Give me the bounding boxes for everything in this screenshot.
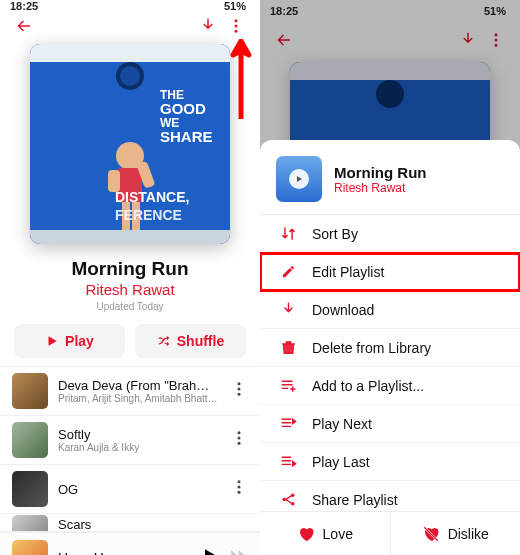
track-more-button[interactable] (230, 380, 248, 402)
menu-download[interactable]: Download (260, 291, 520, 329)
track-title: Scars (58, 517, 248, 532)
menu-add-to-playlist[interactable]: Add to a Playlist... (260, 367, 520, 405)
sheet-artist[interactable]: Ritesh Rawat (334, 181, 426, 195)
svg-point-51 (290, 493, 294, 497)
svg-rect-7 (30, 44, 230, 62)
svg-point-29 (238, 480, 241, 483)
nowplaying-play-button[interactable] (200, 546, 220, 555)
track-row[interactable]: OG (0, 465, 260, 514)
svg-point-25 (238, 393, 241, 396)
track-more-button[interactable] (230, 478, 248, 500)
svg-point-44 (495, 33, 498, 36)
svg-text:FERENCE: FERENCE (115, 207, 182, 223)
svg-rect-22 (30, 230, 230, 244)
track-subtitle: Karan Aujla & Ikky (58, 442, 220, 453)
shuffle-icon (157, 334, 171, 348)
playlist-title: Morning Run (10, 258, 250, 280)
svg-point-4 (235, 25, 238, 28)
track-subtitle: Pritam, Arijit Singh, Amitabh Bhattac... (58, 393, 220, 404)
screen-playlist: 18:25 51% (0, 0, 260, 555)
arrow-left-icon (15, 17, 33, 35)
svg-point-26 (238, 431, 241, 434)
download-icon (278, 301, 298, 318)
svg-point-30 (238, 486, 241, 489)
svg-point-27 (238, 437, 241, 440)
arrow-left-icon (275, 31, 293, 49)
track-artwork (12, 373, 48, 409)
more-vertical-icon (227, 17, 245, 35)
playlist-artwork[interactable]: THE GOOD WE SHARE DISTANCE, FERENCE (30, 44, 230, 244)
nowplaying-title: Hass Hass (58, 550, 190, 555)
svg-point-23 (238, 382, 241, 385)
download-icon (199, 17, 217, 35)
svg-point-31 (238, 491, 241, 494)
menu-delete[interactable]: Delete from Library (260, 329, 520, 367)
track-artwork (12, 422, 48, 458)
more-button[interactable] (222, 12, 250, 40)
play-icon (45, 334, 59, 348)
play-last-icon (278, 453, 298, 470)
svg-text:SHARE: SHARE (160, 128, 213, 145)
sheet-artwork[interactable] (276, 156, 322, 202)
share-icon (278, 491, 298, 508)
status-right: 51% (476, 5, 510, 17)
playlist-add-icon (278, 377, 298, 394)
track-list: Deva Deva (From "Brahma...Pritam, Arijit… (0, 366, 260, 532)
back-button[interactable] (10, 12, 38, 40)
svg-rect-48 (290, 62, 490, 80)
heart-icon (297, 525, 315, 543)
track-title: Softly (58, 427, 220, 442)
forward-icon (228, 546, 248, 555)
more-button[interactable] (482, 26, 510, 54)
header (260, 22, 520, 58)
play-icon (294, 174, 304, 184)
now-playing-bar[interactable]: Hass Hass (0, 532, 260, 555)
back-button[interactable] (270, 26, 298, 54)
menu-share[interactable]: Share Playlist (260, 481, 520, 511)
pencil-icon (278, 263, 298, 280)
status-bar: 18:25 51% (0, 0, 260, 12)
header (0, 12, 260, 40)
menu-edit-playlist[interactable]: Edit Playlist (260, 253, 520, 291)
nowplaying-forward-button[interactable] (228, 546, 248, 555)
menu-play-last[interactable]: Play Last (260, 443, 520, 481)
more-vertical-icon (230, 478, 248, 496)
battery-text: 51% (484, 5, 506, 17)
battery-text: 51% (224, 0, 246, 12)
playlist-updated: Updated Today (10, 301, 250, 312)
status-time: 18:25 (10, 0, 38, 12)
playlist-artist[interactable]: Ritesh Rawat (10, 281, 250, 298)
track-more-button[interactable] (230, 429, 248, 451)
svg-point-49 (376, 80, 404, 108)
more-vertical-icon (487, 31, 505, 49)
more-vertical-icon (230, 429, 248, 447)
track-artwork (12, 515, 48, 533)
screen-action-sheet: 18:25 51% Morning Run Ritesh Rawat (260, 0, 520, 555)
love-button[interactable]: Love (260, 512, 390, 555)
svg-point-45 (495, 39, 498, 42)
track-title: OG (58, 482, 220, 497)
menu-sort-by[interactable]: Sort By (260, 215, 520, 253)
play-next-icon (278, 415, 298, 432)
shuffle-button[interactable]: Shuffle (135, 324, 246, 358)
track-row[interactable]: Deva Deva (From "Brahma...Pritam, Arijit… (0, 367, 260, 416)
dislike-button[interactable]: Dislike (391, 512, 521, 555)
track-row[interactable]: SoftlyKaran Aujla & Ikky (0, 416, 260, 465)
nowplaying-artwork (12, 540, 48, 555)
svg-point-5 (235, 30, 238, 33)
track-artwork (12, 471, 48, 507)
menu-play-next[interactable]: Play Next (260, 405, 520, 443)
download-icon (459, 31, 477, 49)
svg-point-50 (282, 498, 286, 502)
download-header-button[interactable] (194, 12, 222, 40)
track-row[interactable]: Scars (0, 514, 260, 532)
play-icon (200, 546, 220, 555)
play-button[interactable]: Play (14, 324, 125, 358)
svg-point-24 (238, 388, 241, 391)
action-sheet: Morning Run Ritesh Rawat Sort By Edit Pl… (260, 140, 520, 555)
status-right: 51% (216, 0, 250, 12)
svg-text:GOOD: GOOD (160, 100, 206, 117)
svg-point-52 (290, 502, 294, 506)
download-header-button[interactable] (454, 26, 482, 54)
svg-point-46 (495, 44, 498, 47)
